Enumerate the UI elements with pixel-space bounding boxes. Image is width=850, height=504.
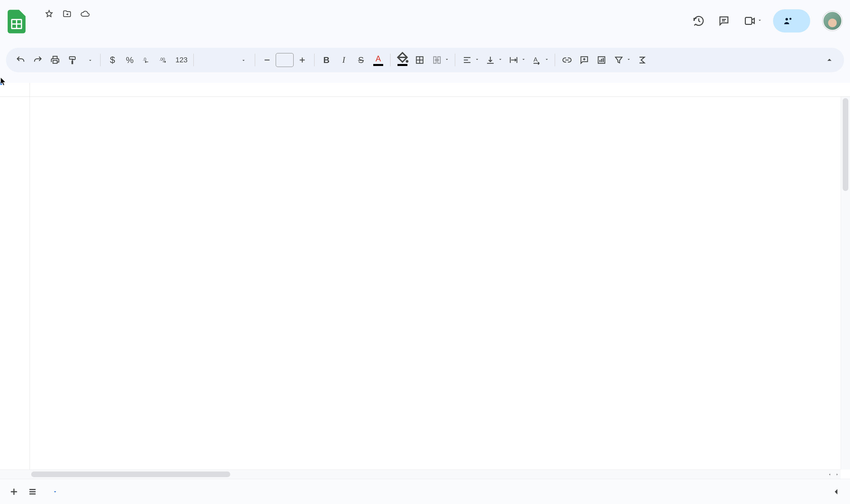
menu-data[interactable]: [78, 28, 88, 32]
cloud-status-icon[interactable]: [78, 7, 92, 21]
decrease-decimal-button[interactable]: .0: [139, 52, 155, 68]
sheet-tab[interactable]: [42, 482, 65, 502]
sheets-app-icon[interactable]: [5, 5, 29, 36]
insert-link-button[interactable]: [559, 52, 575, 68]
redo-button[interactable]: [30, 52, 46, 68]
fill-color-button[interactable]: [394, 52, 410, 68]
share-button[interactable]: [773, 9, 810, 33]
horizontal-scroll-arrows[interactable]: [826, 469, 841, 479]
column-headers[interactable]: [30, 83, 841, 97]
menu-view[interactable]: [49, 28, 58, 32]
meet-button[interactable]: [740, 12, 766, 30]
undo-button[interactable]: [13, 52, 29, 68]
spreadsheet-grid[interactable]: [0, 83, 850, 479]
toolbar: $ % .0 .00 123 B I S A A: [6, 48, 844, 72]
menu-format[interactable]: [68, 28, 78, 32]
menu-file[interactable]: [29, 28, 38, 32]
chevron-down-icon: [475, 57, 480, 63]
chevron-down-icon: [88, 55, 93, 65]
svg-text:A: A: [533, 56, 538, 63]
more-formats-button[interactable]: 123: [174, 52, 190, 68]
chevron-down-icon: [521, 57, 526, 63]
menu-tools[interactable]: [88, 28, 98, 32]
percent-button[interactable]: %: [122, 52, 138, 68]
svg-text:.00: .00: [159, 57, 165, 62]
strikethrough-button[interactable]: S: [353, 52, 369, 68]
merge-cells-button[interactable]: [429, 52, 451, 68]
functions-button[interactable]: [634, 52, 650, 68]
row-headers[interactable]: [0, 97, 30, 469]
insert-chart-button[interactable]: [594, 52, 609, 68]
bold-button[interactable]: B: [319, 52, 334, 68]
menu-extensions[interactable]: [98, 28, 107, 32]
borders-button[interactable]: [412, 52, 428, 68]
text-wrap-button[interactable]: [506, 52, 528, 68]
sheet-tab-bar: [0, 479, 850, 504]
svg-point-5: [790, 18, 792, 20]
zoom-select[interactable]: [82, 52, 96, 68]
horizontal-scrollbar[interactable]: [30, 469, 831, 479]
mouse-cursor-icon: [0, 77, 7, 86]
menu-bar: [29, 22, 689, 38]
cells-area[interactable]: [30, 97, 841, 469]
svg-rect-25: [600, 60, 601, 62]
chevron-down-icon: [498, 57, 503, 63]
insert-comment-button[interactable]: [576, 52, 592, 68]
increase-decimal-button[interactable]: .00: [156, 52, 172, 68]
explore-collapse-button[interactable]: [827, 483, 845, 501]
svg-point-11: [406, 60, 408, 63]
currency-button[interactable]: $: [105, 52, 120, 68]
vertical-scrollbar[interactable]: [841, 97, 850, 469]
chevron-down-icon: [626, 57, 631, 63]
text-rotation-button[interactable]: A: [529, 52, 551, 68]
horizontal-scroll-thumb[interactable]: [31, 471, 230, 477]
chevron-down-icon: [544, 57, 549, 63]
vertical-scroll-thumb[interactable]: [843, 98, 848, 191]
menu-help[interactable]: [108, 28, 118, 32]
text-color-button[interactable]: A: [370, 52, 386, 68]
print-button[interactable]: [47, 52, 63, 68]
create-filter-button[interactable]: [611, 52, 633, 68]
title-bar: [0, 0, 850, 48]
vertical-align-button[interactable]: [482, 52, 504, 68]
add-sheet-button[interactable]: [5, 483, 23, 501]
font-family-select[interactable]: [198, 52, 251, 68]
menu-insert[interactable]: [58, 28, 68, 32]
increase-font-size-button[interactable]: [294, 52, 310, 68]
chevron-down-icon: [241, 55, 246, 65]
version-history-icon[interactable]: [689, 12, 708, 30]
menu-edit[interactable]: [38, 28, 48, 32]
document-title[interactable]: [31, 13, 38, 15]
move-icon[interactable]: [60, 7, 74, 21]
chevron-down-icon: [444, 57, 449, 63]
paint-format-button[interactable]: [64, 52, 80, 68]
svg-rect-26: [601, 59, 602, 62]
chevron-down-icon: [757, 18, 762, 24]
star-icon[interactable]: [42, 7, 56, 21]
account-avatar[interactable]: [823, 11, 842, 31]
svg-rect-27: [603, 58, 604, 62]
font-size-input[interactable]: [276, 53, 294, 67]
chevron-down-icon[interactable]: [52, 487, 58, 497]
italic-button[interactable]: I: [336, 52, 352, 68]
horizontal-align-button[interactable]: [459, 52, 481, 68]
comments-icon[interactable]: [715, 12, 733, 30]
all-sheets-button[interactable]: [23, 483, 42, 501]
collapse-toolbar-button[interactable]: [821, 52, 837, 68]
decrease-font-size-button[interactable]: [259, 52, 275, 68]
